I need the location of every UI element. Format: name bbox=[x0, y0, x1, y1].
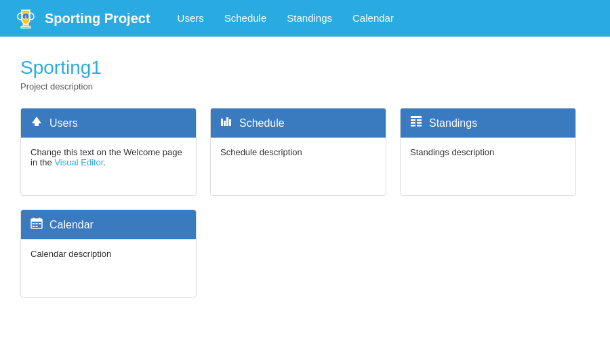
navbar: 1 Sporting Project Users Schedule Standi… bbox=[0, 0, 610, 37]
svg-rect-13 bbox=[417, 122, 422, 124]
card-header-users: Users bbox=[21, 108, 196, 138]
app-title: Sporting Project bbox=[45, 11, 150, 26]
svg-text:1: 1 bbox=[24, 15, 27, 20]
calendar-icon bbox=[30, 217, 43, 232]
chart-icon bbox=[220, 115, 232, 131]
svg-rect-10 bbox=[411, 119, 415, 121]
svg-rect-20 bbox=[33, 223, 35, 224]
card-title-standings: Standings bbox=[429, 117, 477, 129]
card-body-schedule: Schedule description bbox=[211, 138, 386, 167]
card-calendar: Calendar Calendar description bbox=[20, 209, 197, 298]
table-icon bbox=[410, 115, 422, 131]
nav-item-calendar[interactable]: Calendar bbox=[352, 12, 394, 24]
card-header-standings: Standings bbox=[401, 108, 575, 138]
nav-link-users[interactable]: Users bbox=[178, 12, 204, 24]
svg-rect-12 bbox=[411, 122, 415, 124]
card-body-standings: Standings description bbox=[401, 138, 575, 167]
svg-marker-4 bbox=[32, 117, 41, 126]
main-nav: Users Schedule Standings Calendar bbox=[178, 12, 394, 24]
svg-rect-6 bbox=[224, 121, 226, 126]
svg-rect-24 bbox=[36, 226, 38, 227]
svg-rect-8 bbox=[229, 119, 231, 126]
nav-item-schedule[interactable]: Schedule bbox=[224, 12, 267, 24]
card-body-users: Change this text on the Welcome page in … bbox=[21, 138, 196, 177]
cards-row-2: Calendar Calendar description bbox=[20, 209, 590, 298]
visual-editor-link[interactable]: Visual Editor bbox=[54, 157, 103, 167]
trophy-icon: 1 bbox=[14, 6, 38, 31]
svg-rect-9 bbox=[411, 116, 422, 118]
svg-rect-23 bbox=[33, 226, 35, 227]
card-header-calendar: Calendar bbox=[21, 210, 196, 239]
brand[interactable]: 1 Sporting Project bbox=[14, 6, 150, 31]
nav-link-standings[interactable]: Standings bbox=[287, 12, 332, 24]
tree-icon bbox=[30, 115, 43, 131]
card-header-schedule: Schedule bbox=[211, 108, 386, 138]
nav-link-schedule[interactable]: Schedule bbox=[224, 12, 267, 24]
svg-rect-11 bbox=[417, 119, 422, 121]
nav-item-users[interactable]: Users bbox=[178, 12, 204, 24]
page-title: Sporting1 bbox=[20, 57, 590, 79]
svg-rect-21 bbox=[36, 223, 38, 224]
card-title-calendar: Calendar bbox=[49, 219, 94, 231]
svg-rect-7 bbox=[226, 117, 228, 126]
card-body-calendar: Calendar description bbox=[21, 239, 196, 268]
svg-rect-22 bbox=[39, 223, 41, 224]
svg-rect-14 bbox=[411, 125, 415, 127]
nav-link-calendar[interactable]: Calendar bbox=[352, 12, 394, 24]
svg-rect-15 bbox=[417, 125, 422, 127]
nav-item-standings[interactable]: Standings bbox=[287, 12, 332, 24]
page-description: Project description bbox=[20, 81, 590, 92]
svg-rect-17 bbox=[31, 219, 42, 222]
card-schedule: Schedule Schedule description bbox=[210, 108, 386, 196]
cards-row-1: Users Change this text on the Welcome pa… bbox=[20, 108, 590, 196]
card-users: Users Change this text on the Welcome pa… bbox=[20, 108, 197, 196]
svg-rect-5 bbox=[221, 119, 223, 126]
main-content: Sporting1 Project description Users Chan… bbox=[0, 37, 610, 325]
card-standings: Standings Standings description bbox=[400, 108, 576, 196]
card-title-users: Users bbox=[49, 117, 78, 129]
card-title-schedule: Schedule bbox=[239, 117, 285, 129]
svg-rect-3 bbox=[21, 26, 30, 28]
